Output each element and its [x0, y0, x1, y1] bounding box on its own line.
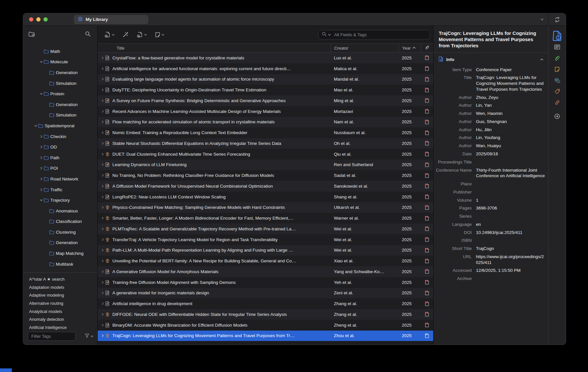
field-value[interactable]: 10.24963/ijcai.2025/411 [476, 230, 546, 236]
table-row[interactable]: CrystalFlow: a flow-based generative mod… [98, 53, 433, 63]
tag-item[interactable]: Adaptation models [29, 283, 97, 291]
field-value[interactable] [476, 276, 546, 282]
field-value[interactable]: https://www.ijcai.org/proceedings/2025/4… [476, 254, 546, 266]
expand-chevron-icon[interactable] [100, 88, 105, 91]
notes-pane-icon[interactable] [548, 64, 566, 75]
tree-collapse-chevron-icon[interactable] [39, 60, 44, 63]
collection-item-path[interactable]: Path [23, 152, 97, 163]
table-row[interactable]: Nomic Embed: Training a Reproducible Lon… [98, 127, 433, 138]
collection-item-poi[interactable]: POI [23, 163, 97, 174]
field-value[interactable] [476, 238, 546, 243]
add-by-identifier-button[interactable] [120, 30, 131, 39]
tags-pane-icon[interactable] [548, 86, 566, 97]
field-value[interactable] [476, 159, 546, 165]
table-row[interactable]: Stable Neural Stochastic Differential Eq… [98, 138, 433, 149]
tree-expand-chevron-icon[interactable] [39, 135, 44, 138]
tab-list-chevron-icon[interactable] [535, 18, 548, 21]
collection-item-od[interactable]: OD [23, 142, 97, 152]
table-row[interactable]: Flow matching for accelerated simulation… [98, 117, 433, 128]
collection-item-math[interactable]: Math [23, 46, 97, 57]
table-row[interactable]: A generative model for inorganic materia… [98, 288, 433, 299]
new-item-button[interactable] [102, 30, 117, 39]
sync-icon[interactable] [549, 17, 566, 23]
field-value[interactable]: TrajCogn [476, 246, 546, 252]
expand-chevron-icon[interactable] [100, 334, 105, 337]
info-section-header[interactable]: Info [433, 53, 548, 66]
tag-item[interactable]: Artificial Intelligence [29, 323, 97, 330]
table-row[interactable]: Physics-Constrained Flow Matching: Sampl… [98, 202, 433, 213]
field-value[interactable]: Hu, Jilin [476, 127, 546, 133]
expand-chevron-icon[interactable] [100, 131, 105, 134]
filter-tags-input[interactable] [28, 332, 75, 341]
expand-chevron-icon[interactable] [100, 206, 105, 209]
table-row[interactable]: Artificial intelligence in drug developm… [98, 298, 433, 309]
close-button[interactable] [29, 17, 33, 22]
tag-item[interactable]: Analytical models [29, 307, 97, 316]
tree-collapse-chevron-icon[interactable] [39, 199, 44, 202]
tag-filter-chevron-icon[interactable] [90, 333, 93, 339]
expand-chevron-icon[interactable] [100, 324, 105, 327]
new-note-button[interactable] [153, 30, 167, 39]
tree-expand-chevron-icon[interactable] [39, 167, 44, 170]
expand-chevron-icon[interactable] [100, 78, 105, 81]
field-value[interactable]: en [476, 222, 546, 227]
expand-chevron-icon[interactable] [100, 99, 105, 102]
collection-item-molecule[interactable]: Molecule [23, 57, 97, 68]
expand-chevron-icon[interactable] [100, 281, 105, 284]
new-collection-icon[interactable] [28, 31, 35, 38]
field-value[interactable]: 1 [476, 197, 546, 203]
table-row[interactable]: DutyTTE: Deciphering Uncertainty in Orig… [98, 85, 433, 95]
collection-item-generation[interactable]: Generation [23, 67, 97, 78]
field-value[interactable]: 3698-3706 [476, 205, 546, 211]
collection-item-checkin[interactable]: Checkin [23, 131, 97, 142]
table-row[interactable]: DIFFODE: Neural ODE with Differentiable … [98, 309, 433, 320]
tree-expand-chevron-icon[interactable] [39, 188, 44, 191]
tree-expand-chevron-icon[interactable] [39, 178, 44, 180]
collection-item-classification[interactable]: Classification [23, 216, 97, 227]
expand-chevron-icon[interactable] [100, 120, 105, 123]
table-row[interactable]: Learning Dynamics of LLM FinetuningRen a… [98, 160, 433, 170]
expand-chevron-icon[interactable] [100, 238, 105, 241]
locate-icon[interactable] [548, 111, 566, 122]
zoom-button[interactable] [43, 17, 48, 22]
field-value[interactable]: Wen, Haomin [476, 111, 546, 116]
field-value[interactable]: Conference Paper [476, 67, 546, 73]
collection-item-anomalous[interactable]: Anomalous [23, 206, 97, 216]
field-value[interactable]: Lin, Yan [476, 102, 546, 108]
column-header-creator[interactable]: Creator [331, 44, 399, 52]
collection-item-clustering[interactable]: Clustering [23, 227, 97, 238]
table-row[interactable]: Smarter, Better, Faster, Longer: A Moder… [98, 213, 433, 224]
tree-expand-chevron-icon[interactable] [39, 146, 44, 148]
tree-collapse-chevron-icon[interactable] [39, 92, 44, 95]
collection-item-spatiotemporal[interactable]: Spatiotemporal [23, 120, 97, 131]
table-row[interactable]: TransferTraj: A Vehicle Trajectory Learn… [98, 234, 433, 245]
expand-chevron-icon[interactable] [100, 56, 105, 59]
expand-chevron-icon[interactable] [100, 110, 105, 113]
collection-item-simulation[interactable]: Simulation [23, 110, 97, 121]
field-value[interactable]: 2025/09/16 [476, 151, 546, 157]
field-value[interactable] [476, 189, 546, 195]
field-value[interactable]: Zhou, Zeyu [476, 95, 546, 101]
collection-item-map-matching[interactable]: Map Matching [23, 248, 97, 259]
search-scope-chevron-icon[interactable] [328, 32, 331, 38]
tag-filter-funnel-icon[interactable] [85, 333, 90, 339]
field-value[interactable]: Wan, Huaiyu [476, 143, 546, 149]
tree-collapse-chevron-icon[interactable] [33, 124, 38, 127]
table-row[interactable]: PLMTrajRec: A Scalable and Generalizable… [98, 224, 433, 234]
abstract-pane-icon[interactable] [548, 41, 566, 53]
expand-chevron-icon[interactable] [100, 217, 105, 220]
field-value[interactable]: 12/6/2025, 1:15:50 PM [476, 268, 546, 273]
add-attachment-button[interactable] [134, 30, 149, 39]
expand-chevron-icon[interactable] [100, 313, 105, 316]
tag-item[interactable]: Anomaly detection [29, 315, 97, 323]
table-row[interactable]: Training-free Diffusion Model Alignment … [98, 277, 433, 288]
libraries-pane-icon[interactable] [548, 75, 566, 86]
table-row[interactable]: A Survey on Future Frame Synthesis: Brid… [98, 95, 433, 106]
collection-item-trajectory[interactable]: Trajectory [23, 195, 97, 206]
field-value[interactable]: Guo, Shengnan [476, 119, 546, 125]
attachments-pane-icon[interactable] [548, 53, 566, 64]
table-row[interactable]: A Diffusion Model Framework for Unsuperv… [98, 181, 433, 192]
table-row[interactable]: BinaryDM: Accurate Weight Binarization f… [98, 320, 433, 331]
tree-expand-chevron-icon[interactable] [39, 156, 44, 159]
expand-chevron-icon[interactable] [100, 142, 105, 145]
